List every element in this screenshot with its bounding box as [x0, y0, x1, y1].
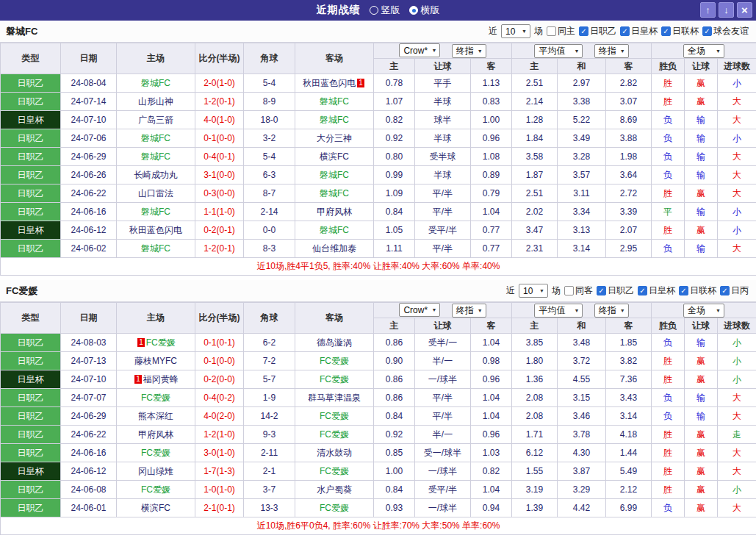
filter-checkbox-emperor-cup[interactable]: 日皇杯 — [638, 284, 675, 297]
final-odds-select-value: 终指 — [456, 304, 474, 317]
team-label: 福冈黄蜂 — [143, 374, 179, 384]
goals-result-cell: 大 — [718, 499, 756, 517]
filter-checkbox-emperor-cup[interactable]: 日皇杯 — [620, 25, 658, 37]
team-label: FC爱媛 — [320, 356, 349, 366]
avg-draw-odds-cell: 3.11 — [558, 184, 606, 203]
filter-checkbox-j3[interactable]: 日丙 — [720, 284, 749, 297]
corner-cell: 13-3 — [244, 499, 295, 517]
avg-draw-odds-cell: 3.34 — [558, 203, 606, 221]
match-date-cell: 24-08-04 — [61, 74, 117, 93]
final-odds-select[interactable]: 终指 — [452, 44, 486, 58]
handicap-cell: 平/半 — [415, 389, 471, 407]
final-odds-select-2[interactable]: 终指 — [594, 44, 629, 58]
score-cell: 0-1(0-0) — [195, 352, 244, 370]
handicap-cell: 半球 — [415, 166, 471, 184]
average-odds-group: 平均值 终指 — [512, 303, 652, 318]
corner-cell: 18-0 — [244, 111, 295, 129]
fulltime-select-value: 全场 — [688, 45, 705, 57]
corner-cell: 2-1 — [244, 462, 295, 481]
fulltime-select[interactable]: 全场 — [683, 44, 724, 58]
away-odds-cell: 1.03 — [471, 444, 512, 462]
match-count-select[interactable]: 10 — [519, 284, 548, 298]
close-button[interactable]: × — [737, 2, 752, 18]
scroll-down-button[interactable]: ↓ — [719, 2, 734, 18]
match-date-cell: 24-06-02 — [61, 240, 117, 258]
match-date-cell: 24-07-10 — [61, 111, 117, 129]
match-table-body: 日职乙24-08-031FC爱媛0-1(0-1)6-2德岛漩涡0.86受半/一1… — [1, 334, 756, 517]
away-team-cell: 大分三神 — [295, 129, 374, 148]
score-cell: 1-1(1-0) — [195, 203, 244, 221]
bookmaker-select[interactable]: Crow* — [399, 303, 440, 317]
corner-cell: 2-11 — [244, 444, 295, 462]
avg-home-odds-cell: 2.51 — [512, 184, 558, 203]
team-label: 冈山绿雉 — [138, 466, 173, 476]
handicap-cell: 受一/球半 — [415, 444, 471, 462]
layout-option-horizontal[interactable]: 横版 — [409, 4, 440, 17]
final-odds-select-2[interactable]: 终指 — [594, 304, 629, 318]
fulltime-select[interactable]: 全场 — [683, 304, 724, 318]
subheader-avg-home: 主 — [512, 59, 558, 74]
score-cell: 2-1(0-1) — [195, 499, 244, 517]
checkbox-label: 日皇杯 — [649, 284, 675, 297]
column-header-away: 客场 — [295, 303, 374, 334]
games-label: 场 — [534, 25, 543, 37]
team-label: 清水鼓动 — [317, 448, 352, 458]
filter-checkbox-same-away[interactable]: 同客 — [564, 284, 593, 297]
away-odds-cell: 0.77 — [471, 240, 512, 258]
corner-cell: 5-7 — [244, 370, 295, 389]
average-odds-select[interactable]: 平均值 — [534, 44, 583, 58]
match-type-cell: 日职乙 — [1, 203, 61, 221]
home-team-cell: 横滨FC — [117, 499, 195, 517]
team-label: 磐城FC — [141, 133, 170, 143]
scroll-up-button[interactable]: ↑ — [700, 2, 716, 18]
team-label: FC爱媛 — [320, 466, 349, 476]
avg-away-odds-cell: 2.12 — [606, 481, 652, 499]
checkbox-label: 日联杯 — [690, 284, 716, 297]
average-odds-select[interactable]: 平均值 — [534, 304, 583, 318]
match-type-cell: 日职乙 — [1, 148, 61, 166]
avg-draw-odds-cell: 4.30 — [558, 444, 606, 462]
filter-checkbox-same-home[interactable]: 同主 — [547, 25, 575, 37]
checkbox-label: 日职乙 — [590, 25, 616, 37]
avg-away-odds-cell: 1.44 — [606, 444, 652, 462]
match-type-cell: 日皇杯 — [1, 462, 61, 481]
handicap-cell: 半/一 — [415, 352, 471, 370]
column-header-score: 比分(半场) — [195, 303, 244, 334]
avg-home-odds-cell: 1.36 — [512, 370, 558, 389]
final-odds-select[interactable]: 终指 — [452, 304, 486, 318]
filter-checkbox-j2[interactable]: 日职乙 — [597, 284, 634, 297]
red-card-badge: 1 — [357, 79, 364, 87]
match-row: 日职乙24-06-29熊本深红4-0(2-0)14-2FC爱媛0.84平/半1.… — [1, 407, 756, 426]
filter-checkbox-friendly[interactable]: 球会友谊 — [702, 25, 749, 37]
avg-draw-odds-cell: 2.97 — [558, 74, 606, 93]
layout-option-vertical[interactable]: 竖版 — [370, 4, 400, 17]
filter-checkbox-j2[interactable]: 日职乙 — [579, 25, 616, 37]
column-header-corner: 角球 — [244, 303, 295, 334]
match-date-cell: 24-06-16 — [61, 444, 117, 462]
checkbox-label: 同客 — [575, 284, 593, 297]
average-select-value: 平均值 — [539, 304, 565, 317]
match-count-select[interactable]: 10 — [501, 24, 530, 38]
away-team-cell: 磐城FC — [295, 166, 374, 184]
avg-draw-odds-cell: 3.78 — [558, 426, 606, 444]
match-type-cell: 日职乙 — [1, 184, 61, 203]
filter-checkbox-league-cup[interactable]: 日联杯 — [679, 284, 716, 297]
match-date-cell: 24-07-06 — [61, 129, 117, 148]
handicap-result-cell: 赢 — [685, 370, 718, 389]
filter-checkbox-league-cup[interactable]: 日联杯 — [661, 25, 699, 37]
avg-draw-odds-cell: 3.49 — [558, 129, 606, 148]
bookmaker-select[interactable]: Crow* — [399, 43, 440, 57]
column-header-away: 客场 — [295, 43, 374, 74]
team-label: 秋田蓝色闪电 — [129, 225, 182, 235]
avg-home-odds-cell: 1.87 — [512, 166, 558, 184]
away-odds-cell: 0.82 — [471, 462, 512, 481]
bookmaker-select-value: Crow* — [403, 46, 428, 56]
radio-label: 竖版 — [381, 4, 400, 17]
red-card-badge: 1 — [134, 375, 142, 384]
win-loss-result-cell: 胜 — [652, 426, 685, 444]
handicap-result-cell: 输 — [685, 334, 718, 352]
match-row: 日皇杯24-07-101福冈黄蜂0-2(0-0)5-7FC爱媛0.86一/球半0… — [1, 370, 756, 389]
goals-result-cell: 小 — [718, 221, 756, 240]
team-name: FC爱媛 — [6, 284, 37, 298]
fulltime-result-group: 全场 — [652, 303, 756, 318]
